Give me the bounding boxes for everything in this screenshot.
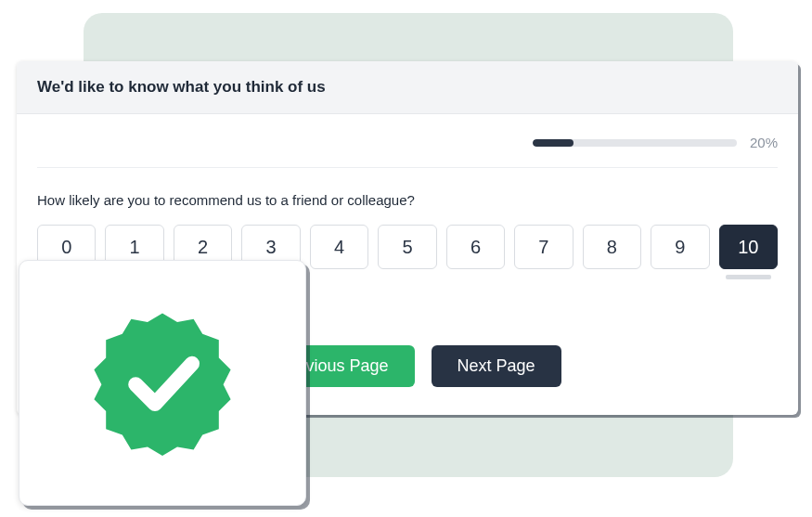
progress-row: 20% xyxy=(37,135,778,150)
progress-label: 20% xyxy=(750,135,778,150)
scale-option-6[interactable]: 6 xyxy=(446,225,505,269)
scale-option-9[interactable]: 9 xyxy=(651,225,709,269)
scale-option-5[interactable]: 5 xyxy=(378,225,436,269)
progress-bar xyxy=(533,139,737,147)
question-text: How likely are you to recommend us to a … xyxy=(37,192,778,208)
scale-option-7[interactable]: 7 xyxy=(514,225,573,269)
scale-option-4[interactable]: 4 xyxy=(310,225,368,269)
verified-badge-card xyxy=(19,260,306,506)
progress-fill xyxy=(533,139,574,147)
next-page-button[interactable]: Next Page xyxy=(432,345,561,387)
scale-option-10[interactable]: 10 xyxy=(719,225,778,269)
card-header: We'd like to know what you think of us xyxy=(17,61,798,114)
survey-title: We'd like to know what you think of us xyxy=(37,78,778,97)
divider xyxy=(37,167,778,168)
verified-check-icon xyxy=(88,307,237,459)
scale-option-8[interactable]: 8 xyxy=(583,225,641,269)
selected-indicator xyxy=(726,275,771,279)
svg-marker-0 xyxy=(94,313,230,456)
